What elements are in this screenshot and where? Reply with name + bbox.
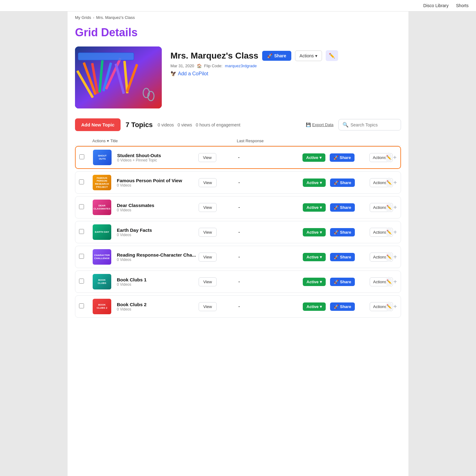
- share-button-row[interactable]: 🚀 Share: [330, 178, 355, 187]
- topic-info: Student Shout-Outs 0 Videos + Pinned Top…: [117, 153, 196, 162]
- videos-stat: 0 videos: [158, 122, 174, 127]
- row-actions-group: Active ▾: [303, 228, 328, 236]
- edit-icon-button[interactable]: ✏️: [386, 252, 392, 262]
- header-last-response: Last Response: [237, 139, 293, 143]
- active-button[interactable]: Active ▾: [303, 228, 326, 236]
- rocket-icon-row: 🚀: [334, 205, 339, 210]
- share-button-row[interactable]: 🚀 Share: [330, 203, 355, 212]
- share-button-main[interactable]: 🚀 Share: [262, 51, 291, 61]
- active-button[interactable]: Active ▾: [302, 153, 325, 162]
- topic-last-response: -: [238, 205, 300, 210]
- add-icon-button[interactable]: +: [393, 179, 397, 186]
- search-input[interactable]: [350, 122, 397, 127]
- add-icon-button[interactable]: +: [393, 278, 397, 285]
- share-button-row[interactable]: 🚀 Share: [330, 228, 355, 236]
- share-button-row[interactable]: 🚀 Share: [330, 278, 355, 286]
- topic-title: Student Shout-Outs: [117, 153, 196, 158]
- topic-title: Book Clubs 1: [117, 277, 196, 282]
- topic-checkbox[interactable]: [79, 154, 84, 159]
- view-button[interactable]: View: [199, 277, 217, 286]
- add-icon-button[interactable]: +: [393, 154, 397, 161]
- search-icon: 🔍: [342, 122, 349, 128]
- breadcrumb-parent[interactable]: My Grids: [75, 15, 91, 20]
- flip-code-link[interactable]: marquez3rdgrade: [225, 64, 257, 68]
- view-button[interactable]: View: [199, 302, 217, 311]
- main-container: My Grids › Mrs. Marquez's Class Grid Det…: [68, 11, 408, 476]
- chevron-down-icon: ▾: [320, 280, 322, 284]
- view-button[interactable]: View: [199, 228, 217, 237]
- add-icon-button[interactable]: +: [393, 229, 397, 236]
- edit-button-main[interactable]: ✏️: [326, 50, 338, 61]
- grid-thumbnail: [75, 46, 162, 108]
- export-icon: 💾: [306, 122, 311, 127]
- view-button[interactable]: View: [199, 178, 217, 187]
- edit-icon-button[interactable]: ✏️: [386, 302, 392, 311]
- status-badge: Active: [306, 230, 319, 235]
- plus-icon: +: [393, 303, 397, 310]
- actions-button-main[interactable]: Actions ▾: [295, 51, 322, 61]
- topic-view-col: View: [199, 228, 236, 237]
- active-button[interactable]: Active ▾: [303, 302, 326, 311]
- grid-date: Mar 31, 2020: [170, 64, 194, 68]
- edit-icon-button[interactable]: ✏️: [386, 152, 392, 162]
- share-col: 🚀 Share: [330, 302, 367, 311]
- topic-info: Book Clubs 2 0 Videos: [117, 302, 196, 311]
- share-col: 🚀 Share: [330, 253, 367, 261]
- share-button-row[interactable]: 🚀 Share: [330, 153, 355, 162]
- plus-icon: +: [393, 278, 397, 285]
- active-button[interactable]: Active ▾: [303, 278, 326, 286]
- topic-info: Famous Person Point of View 0 Videos: [117, 178, 196, 187]
- topic-checkbox[interactable]: [79, 279, 84, 284]
- icon-col: ✏️ +: [386, 152, 397, 162]
- view-button[interactable]: View: [199, 253, 217, 262]
- add-icon-button[interactable]: +: [393, 204, 397, 211]
- icon-col: ✏️ +: [386, 227, 397, 237]
- share-button-row[interactable]: 🚀 Share: [330, 253, 355, 261]
- status-badge: Active: [306, 180, 319, 185]
- edit-icon-button[interactable]: ✏️: [386, 277, 392, 287]
- export-button[interactable]: 💾 Export Data: [306, 122, 333, 127]
- share-button-row[interactable]: 🚀 Share: [330, 302, 355, 311]
- plus-icon: +: [393, 253, 397, 260]
- table-row: DEAR CLASSMATES Dear Classmates 0 Videos…: [75, 196, 401, 218]
- thumbnail-text: SHOUT OUTS: [93, 150, 112, 165]
- topic-thumbnail: BOOK CLUBS: [93, 274, 111, 289]
- nav-disco-library[interactable]: Disco Library: [423, 3, 449, 8]
- topic-checkbox[interactable]: [79, 204, 84, 209]
- svg-rect-11: [78, 53, 134, 60]
- row-checkbox-col: [79, 179, 90, 186]
- topic-checkbox[interactable]: [79, 179, 84, 184]
- active-button[interactable]: Active ▾: [303, 178, 326, 187]
- status-badge: Active: [306, 280, 319, 284]
- view-button[interactable]: View: [198, 153, 216, 162]
- topics-table: SHOUT OUTS Student Shout-Outs 0 Videos +…: [75, 146, 401, 318]
- topics-count-area: 7 Topics 0 videos 0 views 0 hours of eng…: [126, 121, 301, 129]
- topic-title: Famous Person Point of View: [117, 178, 196, 183]
- copilot-link[interactable]: 🦅 Add a CoPilot: [170, 71, 401, 77]
- table-row: CHARACTER CHALLENGE Reading Response-Cha…: [75, 246, 401, 268]
- topic-checkbox[interactable]: [79, 303, 84, 308]
- nav-shorts[interactable]: Shorts: [456, 3, 469, 8]
- active-button[interactable]: Active ▾: [303, 203, 326, 212]
- topic-info: Earth Day Facts 0 Videos: [117, 227, 196, 237]
- add-icon-button[interactable]: +: [393, 253, 397, 261]
- active-button[interactable]: Active ▾: [303, 253, 326, 261]
- topic-info: Book Clubs 1 0 Videos: [117, 277, 196, 287]
- topic-checkbox[interactable]: [79, 254, 84, 259]
- topic-thumbnail: DEAR CLASSMATES: [93, 200, 111, 215]
- edit-icon-button[interactable]: ✏️: [386, 227, 392, 237]
- topic-checkbox[interactable]: [79, 229, 84, 234]
- topic-subtitle: 0 Videos: [117, 183, 196, 187]
- rocket-icon-row: 🚀: [334, 180, 339, 185]
- edit-icon-button[interactable]: ✏️: [386, 202, 392, 212]
- thumbnail-text: EARTH DAY: [93, 224, 111, 240]
- add-icon-button[interactable]: +: [393, 303, 397, 310]
- row-actions-group: Active ▾: [303, 253, 328, 261]
- table-row: SHOUT OUTS Student Shout-Outs 0 Videos +…: [75, 146, 401, 169]
- header-actions[interactable]: Actions ▾: [92, 139, 108, 143]
- edit-icon-button[interactable]: ✏️: [386, 178, 392, 187]
- share-col: 🚀 Share: [330, 153, 367, 162]
- add-topic-button[interactable]: Add New Topic: [75, 118, 121, 131]
- view-button[interactable]: View: [199, 203, 217, 212]
- topic-thumbnail: SHOUT OUTS: [93, 150, 112, 165]
